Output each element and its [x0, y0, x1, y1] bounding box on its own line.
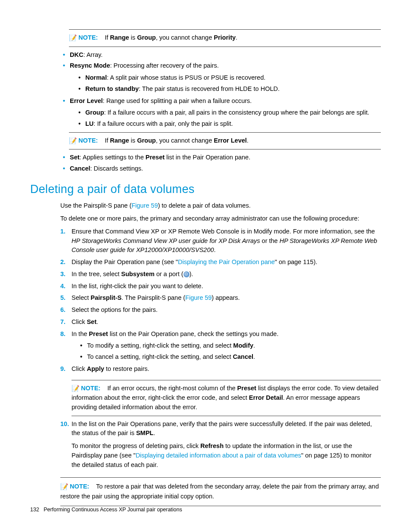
list-item: Cancel: Discards settings.: [60, 164, 381, 174]
step-6: Select the options for the pairs.: [60, 305, 381, 315]
note-label: NOTE:: [78, 34, 98, 41]
page-footer: 132 Performing Continuous Access XP Jour…: [30, 506, 182, 514]
divider: [69, 149, 381, 149]
note-icon: 📝: [60, 482, 68, 492]
content-area: 📝 NOTE: If Range is Group, you cannot ch…: [60, 29, 381, 506]
port-icon: [184, 271, 190, 277]
note-icon: 📝: [69, 136, 77, 146]
procedure-intro: To delete one or more pairs, the primary…: [60, 214, 381, 224]
divider: [60, 477, 381, 478]
step-3: In the tree, select Subsystem or a port …: [60, 270, 381, 279]
list-item: DKC: Array.: [60, 50, 381, 60]
list-item: Group: If a failure occurs with a pair, …: [76, 108, 381, 118]
note-block-restore: 📝 NOTE: To restore a pair that was delet…: [60, 482, 381, 501]
intro-paragraph: Use the Pairsplit-S pane (Figure 59) to …: [60, 201, 381, 211]
divider: [72, 380, 381, 380]
step-4: In the list, right-click the pair you wa…: [60, 282, 381, 291]
figure-link[interactable]: Figure 59: [185, 294, 212, 301]
sub-paragraph: To monitor the progress of deleting pair…: [72, 442, 381, 470]
procedure-steps: Ensure that Command View XP or XP Remote…: [60, 227, 381, 470]
note-text: To restore a pair that was deleted from …: [60, 483, 379, 500]
nested-list: To modify a setting, right-click the set…: [78, 341, 381, 362]
note-text: If an error occurs, the right-most colum…: [72, 385, 378, 411]
step-10: In the list on the Pair Operations pane,…: [60, 420, 381, 470]
note-text: If Range is Group, you cannot change Err…: [105, 137, 249, 144]
set-cancel-list: Set: Applies settings to the Preset list…: [60, 153, 381, 174]
list-item: Set: Applies settings to the Preset list…: [60, 153, 381, 162]
note-label: NOTE:: [78, 137, 98, 144]
note-block-error: 📝 NOTE: If an error occurs, the right-mo…: [72, 384, 381, 412]
list-item: LU: If a failure occurs with a pair, onl…: [76, 119, 381, 129]
list-item: Normal: A split pair whose status is PSU…: [76, 73, 381, 83]
divider: [69, 47, 381, 47]
list-item: Resync Mode: Processing after recovery o…: [60, 61, 381, 93]
step-2: Display the Pair Operation pane (see "Di…: [60, 258, 381, 267]
note-block-priority: 📝 NOTE: If Range is Group, you cannot ch…: [69, 33, 381, 43]
pane-link[interactable]: Displaying the Pair Operation pane: [178, 258, 275, 265]
nested-list: Normal: A split pair whose status is PSU…: [76, 73, 381, 94]
note-icon: 📝: [69, 33, 77, 43]
step-1: Ensure that Command View XP or XP Remote…: [60, 227, 381, 255]
step-9: Click Apply to restore pairs. 📝 NOTE: If…: [60, 364, 381, 416]
divider: [69, 132, 381, 133]
definition-list: DKC: Array. Resync Mode: Processing afte…: [60, 50, 381, 129]
page-number: 132: [30, 507, 39, 513]
document-page: 📝 NOTE: If Range is Group, you cannot ch…: [0, 0, 411, 528]
note-icon: 📝: [72, 384, 79, 394]
detail-link[interactable]: Displaying detailed information about a …: [136, 452, 301, 459]
divider: [69, 29, 381, 30]
note-label: NOTE:: [81, 385, 100, 392]
step-5: Select Pairsplit-S. The Pairsplit-S pane…: [60, 293, 381, 303]
note-text: If Range is Group, you cannot change Pri…: [105, 34, 237, 41]
divider: [72, 416, 381, 416]
figure-link[interactable]: Figure 59: [131, 202, 158, 209]
footer-title: Performing Continuous Access XP Journal …: [44, 507, 182, 513]
nested-list: Group: If a failure occurs with a pair, …: [76, 108, 381, 129]
list-item: To cancel a setting, right-click the set…: [78, 352, 381, 362]
note-label: NOTE:: [70, 483, 89, 490]
section-heading: Deleting a pair of data volumes: [30, 180, 381, 198]
step-8: In the Preset list on the Pair Operation…: [60, 330, 381, 362]
note-block-error-level: 📝 NOTE: If Range is Group, you cannot ch…: [69, 136, 381, 146]
step-7: Click Set.: [60, 317, 381, 327]
list-item: Return to standby: The pair status is re…: [76, 84, 381, 94]
list-item: Error Level: Range used for splitting a …: [60, 96, 381, 129]
list-item: To modify a setting, right-click the set…: [78, 341, 381, 351]
